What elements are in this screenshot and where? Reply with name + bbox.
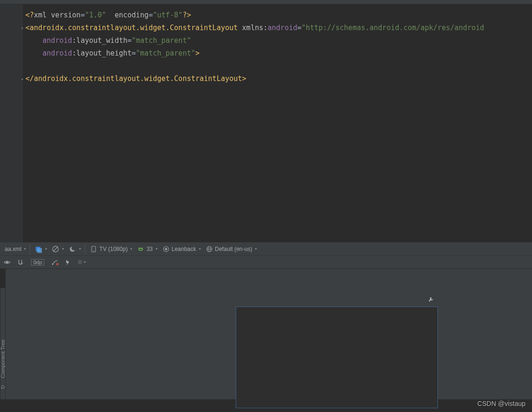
clear-constraints[interactable] [51, 258, 59, 267]
chevron-down-icon: ▾ [199, 247, 201, 251]
chevron-down-icon: ▾ [156, 247, 158, 251]
file-dropdown[interactable]: aa.xml ▾ [3, 243, 30, 255]
infer-constraints[interactable] [64, 258, 72, 267]
orientation-toggle[interactable]: ▾ [50, 243, 66, 255]
wrench-icon[interactable] [428, 296, 434, 303]
design-surface-toggle[interactable]: ▾ [33, 243, 49, 255]
svg-point-7 [94, 250, 95, 251]
design-canvas[interactable] [5, 269, 532, 399]
chevron-down-icon: ▾ [24, 247, 26, 251]
night-mode-toggle[interactable]: ▾ [67, 243, 85, 255]
refresh-icon[interactable] [0, 385, 5, 389]
component-tree-label: Component Tree [0, 339, 6, 378]
svg-point-17 [52, 263, 54, 265]
magnet-toggle[interactable] [16, 258, 24, 267]
code-content[interactable]: <?xml version="1.0" encoding="utf-8"?><a… [23, 4, 532, 242]
locale-dropdown[interactable]: Default (en-us) ▾ [204, 243, 259, 255]
file-dropdown-label: aa.xml [5, 246, 21, 252]
device-label: TV (1080p) [99, 246, 127, 252]
layout-preview-frame[interactable] [236, 307, 438, 408]
fold-open-icon[interactable]: ▾ [20, 26, 24, 30]
watermark: CSDN @vistaup [477, 400, 525, 407]
view-options-eye[interactable] [3, 258, 11, 267]
default-margin[interactable]: 0dp [29, 257, 46, 268]
guidelines-dropdown[interactable]: ▾ [77, 258, 86, 267]
editor-gutter: ▾ ▴ [0, 4, 23, 242]
top-strip [0, 0, 532, 4]
theme-label: Leanback [172, 246, 196, 252]
chevron-down-icon: ▾ [130, 247, 132, 251]
fold-close-icon[interactable]: ▴ [20, 77, 24, 81]
api-label: 33 [146, 246, 152, 252]
design-toolbar-secondary: 0dp ▾ [0, 256, 532, 269]
locale-label: Default (en-us) [215, 246, 252, 252]
svg-line-3 [53, 247, 58, 251]
dp-label: 0dp [31, 259, 44, 266]
device-dropdown[interactable]: TV (1080p) ▾ [88, 243, 134, 255]
svg-point-15 [6, 261, 8, 263]
chevron-down-icon: ▾ [79, 247, 81, 251]
chevron-down-icon: ▾ [62, 247, 64, 251]
code-editor: ▾ ▴ <?xml version="1.0" encoding="utf-8"… [0, 4, 532, 242]
svg-point-5 [71, 246, 76, 250]
chevron-down-icon: ▾ [84, 260, 86, 264]
api-dropdown[interactable]: 33 ▾ [135, 243, 159, 255]
theme-dropdown[interactable]: Leanback ▾ [160, 243, 203, 255]
svg-rect-1 [37, 248, 42, 253]
design-surface [0, 269, 532, 412]
design-toolbar-primary: aa.xml ▾ ▾ ▾ ▾ TV (1080p) ▾ 33 ▾ Leanbac… [0, 242, 532, 256]
chevron-down-icon: ▾ [255, 247, 257, 251]
chevron-down-icon: ▾ [45, 247, 47, 251]
component-tree-tab[interactable]: Component Tree [0, 288, 5, 399]
svg-point-11 [165, 248, 167, 250]
